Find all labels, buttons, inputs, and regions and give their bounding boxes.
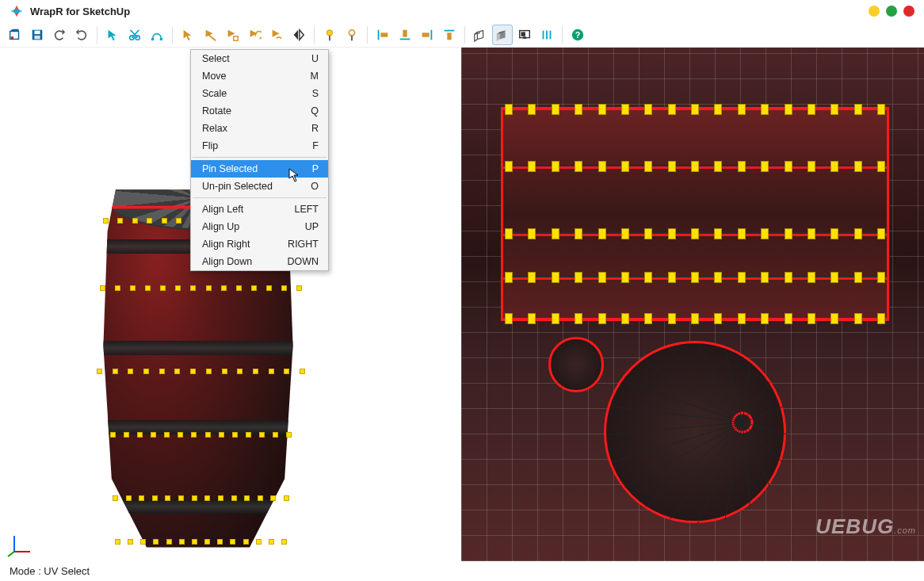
vertex-icon bbox=[110, 432, 116, 438]
workspace: UEBUG.com bbox=[0, 48, 924, 561]
menu-item-relax[interactable]: RelaxR bbox=[191, 120, 328, 137]
uv-vertex-icon bbox=[552, 272, 559, 283]
redo-icon[interactable] bbox=[71, 25, 92, 45]
menu-item-label: Align Down bbox=[202, 256, 252, 267]
uv-vertex-icon bbox=[691, 228, 699, 239]
save-file-icon[interactable] bbox=[27, 25, 48, 45]
menu-item-move[interactable]: MoveM bbox=[191, 67, 328, 85]
arrow-select-icon[interactable] bbox=[178, 25, 198, 45]
svg-line-61 bbox=[645, 422, 743, 506]
menu-item-shortcut: RIGHT bbox=[288, 239, 319, 250]
mirror-icon[interactable] bbox=[288, 25, 309, 45]
menu-item-pin-selected[interactable]: Pin SelectedP bbox=[191, 160, 328, 178]
menu-item-label: Align Up bbox=[202, 221, 239, 232]
monitor-icon[interactable] bbox=[514, 25, 535, 45]
align-up-icon[interactable] bbox=[439, 25, 460, 45]
vertex-icon bbox=[221, 285, 227, 291]
uv-vertex-icon bbox=[785, 161, 792, 172]
svg-rect-6 bbox=[34, 30, 40, 34]
svg-marker-8 bbox=[63, 29, 66, 34]
menu-item-label: Flip bbox=[202, 140, 218, 151]
unwrap-icon[interactable] bbox=[147, 25, 167, 45]
status-mode-label: Mode : UV Select bbox=[10, 565, 90, 577]
vertex-icon bbox=[139, 495, 144, 501]
menu-item-un-pin-selected[interactable]: Un-pin SelectedO bbox=[191, 178, 328, 195]
arrow-move-icon[interactable] bbox=[200, 25, 220, 45]
uv-vertex-icon bbox=[505, 104, 513, 115]
arrow-scale-icon[interactable] bbox=[222, 25, 242, 45]
uv-vertex-icon bbox=[738, 313, 746, 324]
open-file-icon[interactable] bbox=[5, 25, 25, 45]
vertex-icon bbox=[159, 369, 165, 374]
cursor-icon bbox=[288, 168, 300, 185]
uv-vertex-icon bbox=[575, 161, 582, 172]
menu-separator bbox=[193, 197, 326, 198]
menu-item-scale[interactable]: ScaleS bbox=[191, 85, 328, 102]
menu-item-select[interactable]: SelectU bbox=[191, 50, 328, 67]
uv-vertex-icon bbox=[598, 104, 606, 115]
vertex-icon bbox=[236, 285, 242, 291]
align-right-icon[interactable] bbox=[417, 25, 437, 45]
vertex-icon bbox=[251, 285, 257, 291]
arrow-rotate-icon[interactable] bbox=[244, 25, 265, 45]
svg-marker-10 bbox=[109, 29, 116, 40]
vertex-icon bbox=[256, 539, 262, 545]
menu-item-shortcut: UP bbox=[305, 221, 319, 232]
vertex-icon bbox=[205, 432, 211, 438]
vertex-icon bbox=[113, 369, 118, 374]
pin-yellow-icon[interactable] bbox=[319, 25, 340, 45]
uv-vertex-icon bbox=[854, 104, 862, 115]
window-title: WrapR for SketchUp bbox=[30, 6, 869, 17]
vertex-icon bbox=[284, 369, 289, 374]
align-down-icon[interactable] bbox=[395, 25, 415, 45]
select-arrow-icon[interactable] bbox=[102, 25, 123, 45]
vertex-icon bbox=[206, 285, 212, 291]
uv-vertex-icon bbox=[621, 272, 629, 283]
cut-icon[interactable] bbox=[124, 25, 145, 45]
menu-item-shortcut: LEFT bbox=[294, 204, 319, 215]
vertex-icon bbox=[266, 285, 272, 291]
close-dot-icon[interactable] bbox=[903, 6, 914, 17]
uv-vertex-icon bbox=[714, 313, 722, 324]
vertex-icon bbox=[164, 432, 170, 438]
uv-vertex-icon bbox=[691, 104, 699, 115]
svg-line-19 bbox=[208, 35, 216, 40]
vertex-icon bbox=[246, 432, 251, 438]
uv-vertex-icon bbox=[668, 161, 676, 172]
cube-shaded-icon[interactable] bbox=[492, 25, 513, 45]
cube-wire-icon[interactable] bbox=[470, 25, 491, 45]
menu-item-align-left[interactable]: Align LeftLEFT bbox=[191, 201, 328, 218]
titlebar: WrapR for SketchUp bbox=[0, 0, 924, 22]
arrow-relax-icon[interactable] bbox=[266, 25, 287, 45]
vertex-icon bbox=[270, 495, 276, 501]
menu-item-rotate[interactable]: RotateQ bbox=[191, 102, 328, 120]
menu-item-align-down[interactable]: Align DownDOWN bbox=[191, 253, 328, 270]
statusbar: Mode : UV Select bbox=[0, 561, 924, 581]
svg-marker-35 bbox=[422, 32, 430, 36]
help-icon[interactable]: ? bbox=[567, 25, 588, 45]
uv-vertex-icon bbox=[854, 161, 862, 172]
uv-vertex-icon bbox=[644, 313, 652, 324]
maximize-dot-icon[interactable] bbox=[886, 6, 897, 17]
pin-outline-icon[interactable] bbox=[342, 25, 362, 45]
vertex-icon bbox=[176, 218, 181, 224]
context-menu[interactable]: SelectUMoveMScaleSRotateQRelaxRFlipFPin … bbox=[190, 49, 329, 271]
menu-item-align-up[interactable]: Align UpUP bbox=[191, 218, 328, 235]
vertex-icon bbox=[286, 432, 292, 438]
menu-item-flip[interactable]: FlipF bbox=[191, 137, 328, 155]
undo-icon[interactable] bbox=[49, 25, 70, 45]
vertex-icon bbox=[143, 369, 149, 374]
svg-marker-9 bbox=[76, 29, 79, 34]
vertex-icon bbox=[179, 539, 185, 545]
vertex-icon bbox=[126, 495, 132, 501]
vertex-icon bbox=[178, 495, 184, 501]
menu-item-align-right[interactable]: Align RightRIGHT bbox=[191, 235, 328, 253]
align-left-icon[interactable] bbox=[372, 25, 393, 45]
bars-icon[interactable] bbox=[536, 25, 557, 45]
uv-vertex-icon bbox=[621, 104, 629, 115]
uv-vertex-icon bbox=[552, 161, 559, 172]
uv-viewport[interactable]: UEBUG.com bbox=[461, 48, 924, 561]
uv-vertex-icon bbox=[575, 313, 582, 324]
minimize-dot-icon[interactable] bbox=[869, 6, 880, 17]
uv-vertex-icon bbox=[668, 313, 676, 324]
